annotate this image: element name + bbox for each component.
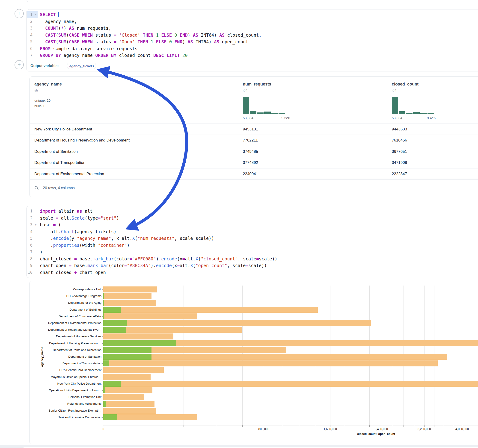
output-variable-row: Output variable: agency_tickets [27, 60, 478, 71]
search-icon[interactable] [34, 186, 39, 190]
code-line[interactable]: 4 CAST(SUM(CASE WHEN status = 'Closed' T… [27, 32, 478, 39]
histogram-bin [250, 111, 256, 114]
code-line[interactable]: 10chart_closed + chart_open [27, 269, 478, 276]
code-line[interactable]: 8chart_closed = base.mark_bar(color="#FF… [27, 255, 478, 262]
line-number: 3∨ [27, 221, 38, 228]
y-axis-category-label: Department of Health and Mental Hyg… [30, 328, 101, 331]
fold-caret-icon[interactable]: ∨ [35, 221, 37, 228]
add-cell-button[interactable]: + [14, 60, 24, 69]
table-row[interactable]: Department of Environmental Protection22… [30, 168, 478, 179]
y-axis-category-label: HRA Benefit Card Replacement [30, 368, 101, 372]
python-code-editor[interactable]: 1import altair as alt2scale = alt.Scale(… [27, 208, 478, 276]
closed-count-histogram-labels: 53,304 9.4e6 [392, 116, 436, 120]
table-cell-agency-name: Department of Sanitation [34, 146, 78, 157]
code-text: base = ( [40, 221, 61, 228]
line-number: 6 [27, 45, 38, 52]
code-line[interactable]: 6 .properties(width="container") [27, 242, 478, 249]
x-axis-tick [330, 425, 330, 427]
hist-min-label: 53,304 [243, 116, 253, 120]
table-row[interactable]: Department of Housing Preservation and D… [30, 135, 478, 146]
bar-closed-count [103, 361, 438, 367]
code-line[interactable]: 6FROM sample_data.nyc.service_requests [27, 45, 478, 52]
code-line[interactable]: 1∨SELECT [27, 11, 478, 18]
bar-closed-count [103, 300, 156, 306]
code-line[interactable]: 3∨base = ( [27, 221, 478, 228]
x-axis-tick [453, 425, 453, 427]
notebook-page: + + 1∨SELECT 2 agency_name,3 COUNT(*) AS… [0, 0, 478, 448]
column-type: str [34, 88, 62, 92]
y-axis-category-label: Department for the Aging [30, 301, 101, 305]
y-axis-category-label: Department of Sanitation [30, 355, 101, 358]
x-axis-tick [414, 425, 414, 427]
bar-open-count [103, 313, 104, 319]
output-variable-badge[interactable]: agency_tickets [67, 63, 96, 69]
closed-count-histogram [392, 97, 434, 114]
column-header-closed-count[interactable]: closed_count i64 [392, 82, 419, 92]
bar-open-count [103, 354, 151, 360]
table-row[interactable]: Department of Sanitation37494853677651 [30, 146, 478, 157]
y-axis-category-label: Personal Exemption Unit [30, 395, 101, 399]
bar-open-count [103, 387, 105, 393]
line-number: 5 [27, 235, 38, 242]
x-axis-tick [344, 425, 344, 427]
column-header-agency-name[interactable]: agency_name str unique: 20 nulls: 0 [34, 82, 62, 109]
next-cell-edge [23, 447, 478, 448]
code-text: import altair as alt [40, 208, 93, 215]
bar-row [103, 387, 478, 393]
code-line[interactable]: 7GROUP BY agency_name ORDER BY closed_co… [27, 52, 478, 59]
code-text: agency_name, [40, 18, 77, 25]
code-line[interactable]: 3 COUNT(*) AS num_requests, [27, 25, 478, 32]
table-cell-num-requests: 9453131 [243, 124, 258, 135]
num-requests-histogram-labels: 53,304 9.5e6 [243, 116, 290, 120]
bar-row [103, 293, 478, 299]
fold-caret-icon[interactable]: ∨ [35, 11, 37, 18]
histogram-bin [413, 112, 420, 114]
y-axis-category-label: Department of Parks and Recreation [30, 348, 101, 352]
hist-max-label: 9.5e6 [281, 116, 290, 120]
bar-row [103, 381, 478, 387]
x-axis-tick-label: 1,600,000 [323, 427, 337, 431]
code-line[interactable]: 2scale = alt.Scale(type="sqrt") [27, 215, 478, 222]
table-body: New York City Police Department945313194… [30, 124, 478, 180]
line-number: 7 [27, 52, 38, 59]
code-line[interactable]: 5 .encode(y="agency_name", x=alt.X("num_… [27, 235, 478, 242]
bar-open-count [103, 293, 104, 299]
table-cell-closed-count: 7618456 [392, 135, 407, 146]
column-name: num_requests [243, 82, 271, 87]
code-line[interactable]: 7) [27, 249, 478, 255]
x-axis-tick-label: 2,400,000 [374, 427, 388, 431]
bar-closed-count [103, 387, 152, 393]
bar-open-count [103, 414, 117, 420]
bar-row [103, 414, 478, 420]
code-line[interactable]: 2 agency_name, [27, 18, 478, 25]
code-line[interactable]: 1import altair as alt [27, 208, 478, 215]
x-axis-tick [393, 425, 393, 427]
x-axis-tick [300, 425, 300, 427]
y-axis-category-label: New York City Police Department [30, 382, 101, 385]
code-line[interactable]: 9chart_open = base.mark_bar(color="#8BC3… [27, 262, 478, 269]
code-line[interactable]: 4 alt.Chart(agency_tickets) [27, 228, 478, 235]
x-axis-tick [283, 425, 283, 427]
sql-code-editor[interactable]: 1∨SELECT 2 agency_name,3 COUNT(*) AS num… [27, 11, 478, 59]
table-row[interactable]: Department of Transportation377489234719… [30, 157, 478, 168]
histogram-bin [406, 113, 413, 114]
code-line[interactable]: 5 CAST(SUM(CASE WHEN status = 'Open' THE… [27, 38, 478, 45]
bar-row [103, 401, 478, 407]
histogram-bin [278, 113, 285, 114]
y-axis-category-label: Mayorâ€ s Office of Special Enforce… [30, 375, 101, 379]
bar-closed-count [103, 394, 144, 400]
bar-open-count [103, 401, 106, 407]
column-header-num-requests[interactable]: num_requests i64 [243, 82, 271, 92]
bar-open-count [103, 320, 127, 326]
table-row[interactable]: New York City Police Department945313194… [30, 124, 478, 135]
code-text: SELECT [40, 11, 59, 18]
x-axis-tick [242, 425, 243, 427]
add-cell-button[interactable]: + [14, 9, 24, 18]
table-cell-num-requests: 7782211 [243, 135, 258, 146]
line-number: 7 [27, 249, 38, 255]
histogram-bin [257, 112, 264, 114]
bar-open-count [103, 381, 121, 387]
y-axis-category-label: Correspondence Unit [30, 288, 101, 291]
line-number: 1∨ [27, 11, 38, 18]
bar-closed-count [103, 286, 157, 292]
